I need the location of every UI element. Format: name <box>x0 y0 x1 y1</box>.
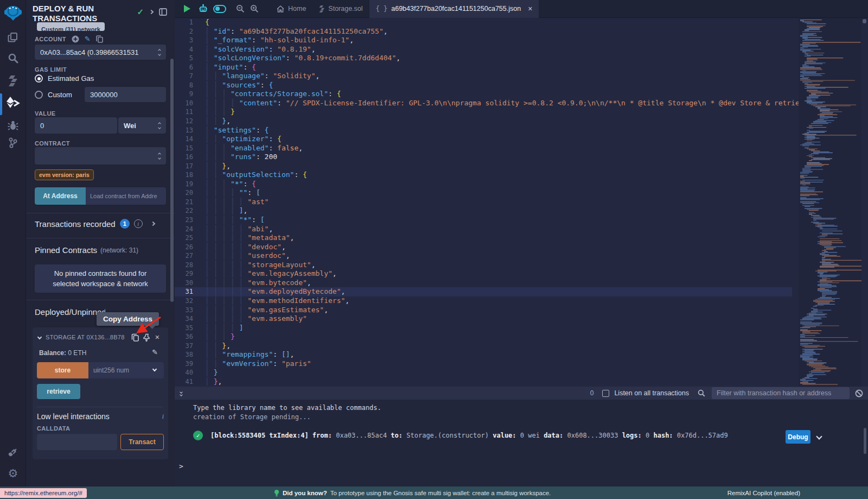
account-select[interactable]: 0xA03...85ac4 (0.39866531531 <box>35 45 166 60</box>
code-line[interactable]: 32│ │ │ │ │ "evm.methodIdentifiers", <box>175 296 792 306</box>
code-line[interactable]: 26│ │ │ │ │ "devdoc", <box>175 243 792 252</box>
code-line[interactable]: 40│ } <box>175 368 792 377</box>
code-line[interactable]: 34│ │ │ │ │ "evm.assembly" <box>175 314 792 324</box>
contract-select[interactable] <box>35 147 166 165</box>
settings-icon[interactable]: ⚙ <box>0 466 26 480</box>
code-line[interactable]: 29│ │ │ │ │ "evm.legacyAssembly", <box>175 269 792 279</box>
tab-build-info-json[interactable]: { } a69b43f277ba20fcac141151250ca755.jso… <box>369 0 539 18</box>
load-contract-input[interactable]: Load contract from Addre <box>86 187 166 205</box>
zoom-in-icon[interactable] <box>247 0 261 18</box>
debug-button[interactable]: Debug <box>786 430 810 444</box>
transact-button[interactable]: Transact <box>120 434 164 450</box>
zoom-out-icon[interactable] <box>233 0 247 18</box>
code-line[interactable]: 39│ │ "evmVersion": "paris" <box>175 359 792 369</box>
filter-input[interactable]: Filter with transaction hash or address <box>712 387 850 399</box>
estimated-gas-radio[interactable] <box>35 74 43 83</box>
terminal-scrollbar[interactable] <box>864 428 866 454</box>
code-line[interactable]: 31│ │ │ │ │ "evm.deployedBytecode", <box>175 287 792 296</box>
code-line[interactable]: 10│ │ │ │ "content": "// SPDX-License-Id… <box>175 99 792 108</box>
minimap[interactable] <box>799 18 861 387</box>
code-line[interactable]: 30│ │ │ │ │ "evm.bytecode", <box>175 279 792 288</box>
custom-gas-radio[interactable] <box>35 91 43 99</box>
transactions-expand-icon[interactable] <box>150 222 155 226</box>
remove-contract-icon[interactable]: × <box>155 333 159 342</box>
copy-address-icon[interactable] <box>131 333 139 342</box>
code-line[interactable]: 28│ │ │ │ │ "storageLayout", <box>175 261 792 270</box>
value-input[interactable]: 0 <box>35 117 117 134</box>
terminal-collapse-icon[interactable] <box>180 391 182 396</box>
clear-console-icon[interactable] <box>855 389 863 397</box>
tab-home[interactable]: Home <box>270 0 312 18</box>
contract-collapse-icon[interactable] <box>37 335 42 339</box>
code-line[interactable]: 16│ │ │ "runs": 200 <box>175 153 792 162</box>
edit-balance-icon[interactable]: ✎ <box>152 348 158 356</box>
file-explorer-icon[interactable] <box>0 31 26 43</box>
code-line[interactable]: 24│ │ │ │ │ "abi", <box>175 225 792 234</box>
transaction-log-row[interactable]: ✓ [block:5583405 txIndex:4] from: 0xa03.… <box>193 431 758 440</box>
code-line[interactable]: 1{ <box>175 18 792 27</box>
code-line[interactable]: 2│ "id": "a69b43f277ba20fcac141151250ca7… <box>175 27 792 36</box>
tab-storage-sol[interactable]: Storage.sol <box>312 0 369 18</box>
run-script-icon[interactable] <box>179 0 195 18</box>
retrieve-button[interactable]: retrieve <box>37 384 80 399</box>
search-icon[interactable] <box>0 52 26 64</box>
ai-copilot-icon[interactable] <box>195 0 210 18</box>
code-line[interactable]: 9│ │ │ "contracts/Storage.sol": { <box>175 90 792 99</box>
terminal-search-icon[interactable] <box>698 389 705 397</box>
code-editor[interactable]: 1{2│ "id": "a69b43f277ba20fcac141151250c… <box>175 18 868 387</box>
remix-logo-icon[interactable] <box>0 3 26 24</box>
sign-message-icon[interactable]: ✎ <box>85 35 91 43</box>
tx-expand-icon[interactable] <box>816 433 822 439</box>
listen-all-checkbox[interactable] <box>602 390 609 397</box>
code-line[interactable]: 13│ "settings": { <box>175 126 792 135</box>
code-line[interactable]: 8│ │ "sources": { <box>175 81 792 90</box>
add-account-icon[interactable] <box>72 35 79 43</box>
value-unit-select[interactable]: Wei <box>118 117 166 134</box>
transactions-info-icon[interactable]: i <box>134 219 143 228</box>
code-line[interactable]: 5│ "solcLongVersion": "0.8.19+commit.7dd… <box>175 54 792 63</box>
code-line[interactable]: 11│ │ │ } <box>175 108 792 117</box>
code-line[interactable]: 6│ "input": { <box>175 63 792 72</box>
pin-contract-icon[interactable] <box>143 333 151 342</box>
code-line[interactable]: 17│ │ }, <box>175 162 792 171</box>
copilot-toggle-icon[interactable] <box>210 0 229 18</box>
code-line[interactable]: 23│ │ │ │ "*": [ <box>175 216 792 225</box>
code-line[interactable]: 15│ │ │ "enabled": false, <box>175 144 792 153</box>
copy-account-icon[interactable] <box>96 35 103 43</box>
code-line[interactable]: 38│ │ "remappings": [], <box>175 350 792 359</box>
code-line[interactable]: 4│ "solcVersion": "0.8.19", <box>175 45 792 54</box>
editor-scrollbar[interactable] <box>863 19 866 23</box>
terminal[interactable]: Type the library name to see available c… <box>175 400 868 487</box>
collapse-panel-icon[interactable] <box>149 10 154 14</box>
code-line[interactable]: 25│ │ │ │ │ "metadata", <box>175 233 792 243</box>
code-line[interactable]: 33│ │ │ │ │ "evm.gasEstimates", <box>175 306 792 315</box>
code-line[interactable]: 41│ }, <box>175 377 792 387</box>
code-line[interactable]: 19│ │ │ "*": { <box>175 180 792 189</box>
code-line[interactable]: 18│ │ "outputSelection": { <box>175 170 792 180</box>
code-line[interactable]: 21│ │ │ │ │ "ast" <box>175 198 792 207</box>
calldata-input[interactable] <box>37 434 117 450</box>
solidity-compiler-icon[interactable] <box>0 75 26 87</box>
code-line[interactable]: 22│ │ │ │ ], <box>175 206 792 216</box>
code-line[interactable]: 20│ │ │ │ "": [ <box>175 188 792 198</box>
panel-scrollbar[interactable] <box>170 59 174 302</box>
custom-gas-input[interactable]: 3000000 <box>85 87 166 102</box>
code-line[interactable]: 14│ │ "optimizer": { <box>175 135 792 144</box>
code-line[interactable]: 12│ │ }, <box>175 117 792 126</box>
store-input[interactable]: uint256 num <box>88 362 164 378</box>
code-line[interactable]: 3│ "_format": "hh-sol-build-info-1", <box>175 36 792 45</box>
copilot-status[interactable]: RemixAI Copilot (enabled) <box>727 490 800 496</box>
code-line[interactable]: 27│ │ │ │ │ "userdoc", <box>175 251 792 261</box>
source-control-icon[interactable] <box>0 137 26 149</box>
plugin-manager-icon[interactable] <box>0 446 26 458</box>
code-line[interactable]: 36│ │ │ } <box>175 332 792 342</box>
code-line[interactable]: 35│ │ │ │ ] <box>175 324 792 333</box>
store-button[interactable]: store <box>37 362 88 378</box>
deploy-run-icon[interactable] <box>0 96 26 111</box>
at-address-button[interactable]: At Address <box>35 187 86 205</box>
code-line[interactable]: 37│ │ }, <box>175 342 792 351</box>
pin-panel-icon[interactable] <box>159 8 167 16</box>
low-level-info-icon[interactable]: i <box>162 413 164 421</box>
terminal-prompt[interactable]: > <box>179 462 183 471</box>
close-tab-icon[interactable]: × <box>528 4 532 13</box>
